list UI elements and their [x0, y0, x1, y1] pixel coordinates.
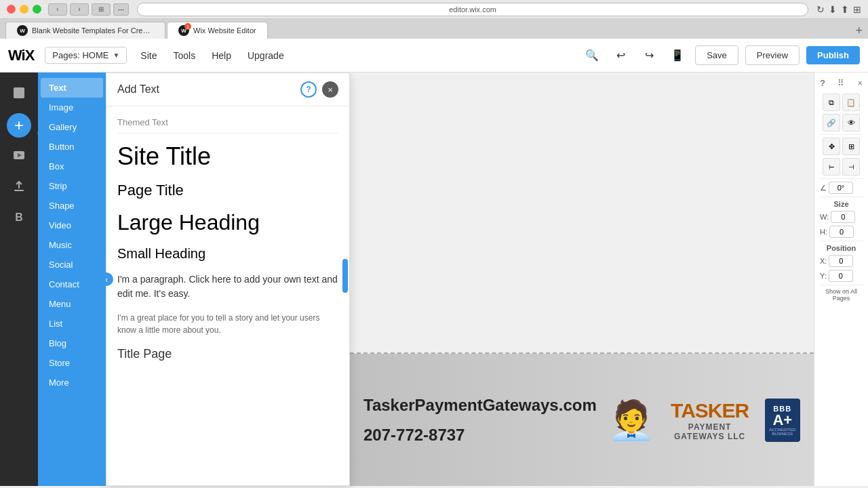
- upload-icon: [12, 179, 26, 194]
- add-panel-blog[interactable]: Blog: [41, 333, 103, 353]
- rp-eye-icon[interactable]: 👁: [842, 114, 860, 131]
- y-input[interactable]: [829, 270, 853, 282]
- add-panel-more[interactable]: More: [41, 373, 103, 392]
- add-panel-contact[interactable]: Contact: [41, 274, 103, 294]
- minimize-window-btn[interactable]: [20, 5, 28, 14]
- add-panel-shape[interactable]: Shape: [41, 196, 103, 216]
- add-text-title: Add Text: [117, 83, 159, 96]
- maximize-window-btn[interactable]: [33, 5, 41, 14]
- right-panel-icon-row-2: 🔗 👁: [823, 114, 860, 131]
- rp-link-icon[interactable]: 🔗: [823, 114, 840, 131]
- rp-grid-icon[interactable]: ⊞: [842, 138, 860, 155]
- add-panel-box[interactable]: Box: [41, 157, 103, 176]
- add-panel: Text Image Gallery Button Box Strip Shap…: [38, 73, 106, 486]
- wix-favicon: W: [17, 25, 28, 36]
- add-panel-social[interactable]: Social: [41, 255, 103, 274]
- size-label: Size: [833, 200, 848, 208]
- new-tab-btn[interactable]: +: [855, 24, 863, 37]
- right-panel-icon-row-4: ⊢ ⊣: [823, 158, 860, 176]
- right-panel-icon-row-1: ⧉ 📋: [823, 94, 860, 111]
- x-input[interactable]: [829, 255, 853, 267]
- h-input[interactable]: [829, 226, 854, 238]
- right-properties-panel: ? ⠿ × ⧉ 📋 🔗 👁 ✥ ⊞ ⊢ ⊣ ∠: [814, 73, 868, 486]
- editor-body: + B Text Image Gallery Button Box Strip: [0, 73, 868, 486]
- bbb-grade: A+: [772, 413, 792, 428]
- nav-help[interactable]: Help: [212, 47, 231, 64]
- download-btn[interactable]: ⬇: [829, 4, 837, 15]
- share-btn[interactable]: ⬆: [841, 4, 849, 15]
- add-small-heading-item[interactable]: Small Heading: [117, 246, 338, 262]
- add-panel-menu[interactable]: Menu: [41, 294, 103, 314]
- add-panel-video[interactable]: Video: [41, 216, 103, 235]
- right-panel-angle-row: ∠: [817, 182, 865, 194]
- tab-2[interactable]: W 1 Wix Website Editor: [167, 22, 268, 39]
- ad-brand-info: TASKER PAYMENT GATEWAYS LLC: [663, 399, 757, 441]
- add-page-title-item[interactable]: Page Title: [117, 182, 338, 199]
- add-large-heading-item[interactable]: Large Heading: [117, 210, 338, 235]
- add-panel-music[interactable]: Music: [41, 235, 103, 255]
- pos-y-row: Y:: [817, 270, 865, 282]
- add-text-close-btn[interactable]: ×: [322, 81, 338, 98]
- nav-site[interactable]: Site: [140, 47, 157, 64]
- right-panel-close-btn[interactable]: ×: [857, 78, 863, 88]
- close-window-btn[interactable]: [7, 5, 16, 14]
- add-paragraph2-item[interactable]: I'm a great place for you to tell a stor…: [117, 312, 338, 336]
- right-panel-help-btn[interactable]: ?: [820, 78, 825, 88]
- title-page-item[interactable]: Title Page: [117, 347, 338, 361]
- sidebar-media-btn[interactable]: [4, 140, 34, 170]
- w-input[interactable]: [831, 211, 855, 223]
- pages-selector[interactable]: Pages: HOME ▼: [45, 47, 127, 64]
- tabs-menu-btn[interactable]: ···: [113, 3, 129, 16]
- rp-paste-icon[interactable]: 📋: [842, 94, 860, 111]
- add-panel-text[interactable]: Text: [41, 78, 103, 98]
- y-label: Y:: [820, 272, 827, 280]
- sidebar-pages-btn[interactable]: [4, 78, 34, 108]
- sidebar-blog-btn[interactable]: B: [4, 203, 34, 232]
- right-panel-dots-btn[interactable]: ⠿: [837, 78, 846, 88]
- url-bar[interactable]: editor.wix.com: [137, 3, 808, 16]
- header-nav: Site Tools Help Upgrade: [140, 47, 581, 64]
- rp-move-icon[interactable]: ✥: [823, 138, 840, 155]
- reload-btn[interactable]: ↻: [816, 4, 825, 15]
- browser-nav-btns[interactable]: ‹ ›: [48, 3, 89, 16]
- rp-copy-icon[interactable]: ⧉: [823, 94, 840, 111]
- add-panel-button[interactable]: Button: [41, 137, 103, 157]
- canvas-area[interactable]: TaskerPaymentGateways.com 207-772-8737 🧑…: [350, 73, 814, 486]
- forward-btn[interactable]: ›: [70, 3, 89, 16]
- rp-align-left-icon[interactable]: ⊢: [823, 158, 840, 176]
- nav-tools[interactable]: Tools: [173, 47, 195, 64]
- preview-button[interactable]: Preview: [745, 45, 800, 65]
- add-panel-list[interactable]: List: [41, 314, 103, 333]
- rp-align-right-icon[interactable]: ⊣: [842, 158, 860, 176]
- add-site-title-item[interactable]: Site Title: [117, 142, 338, 171]
- tab-1[interactable]: W Blank Website Templates For Creative M…: [5, 22, 165, 39]
- scrollbar-handle[interactable]: [342, 259, 348, 293]
- nav-upgrade[interactable]: Upgrade: [248, 47, 284, 64]
- back-btn[interactable]: ‹: [48, 3, 67, 16]
- add-paragraph1-item[interactable]: I'm a paragraph. Click here to add your …: [117, 272, 338, 301]
- add-panel-image[interactable]: Image: [41, 98, 103, 117]
- mobile-preview-btn[interactable]: 📱: [667, 45, 688, 66]
- size-w-row: W:: [817, 211, 865, 223]
- redo-btn[interactable]: ↪: [638, 45, 660, 66]
- add-panel-gallery[interactable]: Gallery: [41, 117, 103, 137]
- add-panel-strip[interactable]: Strip: [41, 176, 103, 196]
- mac-window-controls[interactable]: [7, 5, 41, 14]
- header-actions: 🔍 ↩ ↪ 📱 Save Preview Publish: [581, 45, 860, 66]
- reader-btn[interactable]: ⊞: [853, 4, 861, 15]
- add-panel-store[interactable]: Store: [41, 353, 103, 373]
- add-text-help-btn[interactable]: ?: [300, 81, 317, 98]
- show-all-pages-label: Show on All Pages: [817, 288, 865, 302]
- sidebar-add-btn[interactable]: +: [7, 113, 31, 138]
- position-label: Position: [827, 244, 856, 252]
- right-panel-divider-2: [820, 178, 863, 179]
- angle-input[interactable]: [829, 182, 853, 194]
- sidebar-upload-btn[interactable]: [4, 171, 34, 201]
- mac-titlebar: ‹ › ⊞ ··· editor.wix.com ↻ ⬇ ⬆ ⊞: [0, 0, 868, 19]
- undo-btn[interactable]: ↩: [610, 45, 631, 66]
- publish-button[interactable]: Publish: [806, 46, 860, 64]
- save-button[interactable]: Save: [695, 45, 738, 65]
- search-btn[interactable]: 🔍: [581, 45, 603, 66]
- url-text: editor.wix.com: [449, 5, 496, 14]
- sidebar-toggle-btn[interactable]: ⊞: [92, 3, 111, 16]
